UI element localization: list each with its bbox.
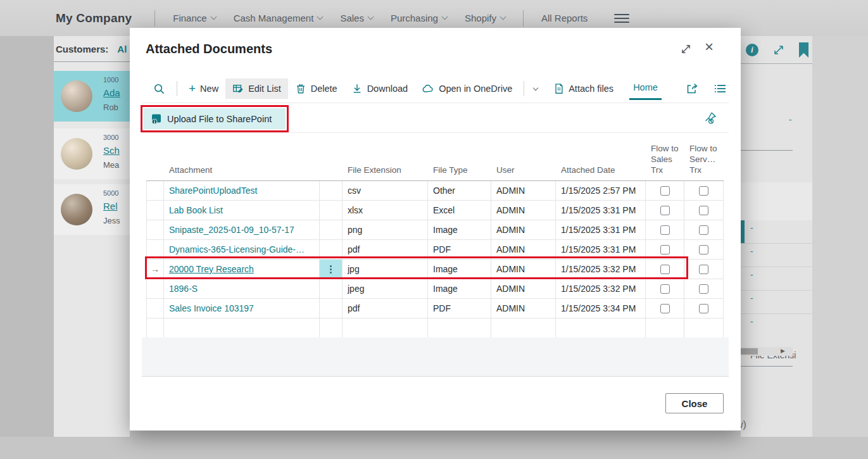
edit-list-button[interactable]: Edit List — [225, 79, 288, 99]
row-gutter — [146, 181, 164, 200]
cell-attached-date: 1/15/2025 2:57 PM — [556, 181, 646, 200]
chevron-down-icon — [317, 14, 324, 20]
nav-menu-purchasing[interactable]: Purchasing — [382, 13, 456, 23]
attachment-link[interactable]: Dynamics-365-Licensing-Guide-… — [169, 244, 305, 255]
flow-sales-checkbox[interactable] — [660, 304, 670, 313]
info-icon[interactable]: i — [746, 44, 758, 56]
flow-serv-checkbox[interactable] — [699, 265, 708, 274]
cell-user: ADMIN — [491, 201, 556, 220]
attachment-link[interactable]: Snipaste_2025-01-09_10-57-17 — [169, 225, 294, 235]
flow-serv-checkbox[interactable] — [699, 304, 708, 313]
attachment-link[interactable]: Sales Invoice 103197 — [169, 303, 254, 313]
delete-button[interactable]: Delete — [288, 79, 344, 99]
page-right-margin — [812, 36, 868, 437]
table-row[interactable]: Sales Invoice 103197 pdf PDF ADMIN 1/15/… — [146, 299, 724, 318]
table-row[interactable]: Lab Book List xlsx Excel ADMIN 1/15/2025… — [146, 201, 724, 220]
column-header-attached-date[interactable]: Attached Date — [556, 165, 646, 180]
column-header-file-type[interactable]: File Type — [428, 165, 491, 180]
company-name[interactable]: My Company — [56, 11, 132, 25]
unpin-icon[interactable] — [703, 110, 718, 125]
horizontal-scrollbar[interactable]: ▶ — [741, 347, 793, 356]
flow-serv-checkbox[interactable] — [699, 206, 708, 215]
new-button[interactable]: + New — [182, 79, 225, 98]
expand-dialog-icon[interactable] — [680, 43, 692, 55]
sharepoint-upload-icon — [151, 113, 162, 125]
download-icon — [351, 83, 363, 94]
cell-user: ADMIN — [491, 240, 556, 259]
chevron-down-icon — [533, 85, 538, 90]
table-row[interactable]: 1896-S jpeg Image ADMIN 1/15/2025 3:32 P… — [146, 279, 724, 299]
row-actions-cell — [320, 181, 343, 200]
document-icon — [553, 83, 564, 94]
table-row[interactable]: SharePointUploadTest csv Other ADMIN 1/1… — [146, 181, 724, 201]
scrollbar-thumb[interactable] — [741, 348, 758, 355]
open-in-onedrive-button[interactable]: Open in OneDrive — [415, 79, 519, 99]
column-header-flow-serv[interactable]: Flow to Serv… Trx — [684, 143, 724, 180]
scrollbar-right-arrow[interactable]: ▶ — [781, 348, 785, 354]
expand-pane-icon[interactable] — [772, 44, 785, 56]
cell-attached-date: 1/15/2025 3:31 PM — [556, 201, 646, 220]
column-header-flow-sales[interactable]: Flow to Sales Trx — [646, 143, 684, 180]
flow-sales-checkbox[interactable] — [660, 225, 670, 235]
attachment-link[interactable]: 1896-S — [169, 284, 198, 294]
flow-serv-checkbox[interactable] — [699, 284, 708, 294]
nav-menu-finance[interactable]: Finance — [164, 13, 224, 23]
annotation-red-box-upload: Upload File to SharePoint — [141, 105, 289, 132]
flow-serv-checkbox[interactable] — [699, 225, 708, 235]
attachment-link[interactable]: SharePointUploadTest — [169, 185, 257, 196]
attachment-link[interactable]: Lab Book List — [169, 205, 223, 215]
column-header-attachment[interactable]: Attachment — [164, 165, 320, 180]
table-header-row: Attachment File Extension File Type User… — [146, 133, 724, 181]
attach-files-button[interactable]: Attach files — [546, 79, 620, 99]
nav-menu-shopify[interactable]: Shopify — [456, 13, 514, 23]
close-dialog-icon[interactable]: × — [705, 38, 714, 56]
search-icon[interactable] — [142, 79, 172, 99]
table-row-selected[interactable]: → 20000 Trey Research jpg Image ADMIN 1/… — [146, 260, 724, 279]
upload-file-to-sharepoint-button[interactable]: Upload File to SharePoint — [144, 108, 286, 129]
flow-sales-checkbox[interactable] — [660, 245, 670, 255]
factbox-value: - — [750, 293, 753, 303]
customers-filter-label[interactable]: Al — [117, 44, 127, 54]
column-header-user[interactable]: User — [491, 165, 556, 180]
nav-menu-sales[interactable]: Sales — [331, 13, 382, 23]
cell-user: ADMIN — [491, 181, 556, 200]
attachment-link[interactable]: 20000 Trey Research — [169, 264, 254, 274]
customer-name-link[interactable]: Ada — [103, 87, 120, 98]
customer-contact: Mea — [103, 160, 119, 170]
nav-all-reports[interactable]: All Reports — [532, 13, 596, 23]
table-row[interactable]: Dynamics-365-Licensing-Guide-… pdf PDF A… — [146, 240, 724, 260]
onedrive-dropdown-button[interactable] — [529, 84, 543, 94]
close-button[interactable]: Close — [665, 393, 724, 413]
row-actions-menu[interactable] — [320, 260, 343, 279]
clipped-background-text: w) — [741, 419, 746, 431]
chevron-down-icon — [367, 14, 374, 20]
customer-card[interactable]: 5000 Rel Jess — [54, 184, 130, 235]
divider — [54, 61, 130, 62]
share-icon[interactable] — [686, 82, 698, 95]
hamburger-menu-icon[interactable] — [614, 11, 629, 25]
flow-serv-checkbox[interactable] — [699, 245, 708, 255]
table-row-empty — [146, 318, 724, 338]
selected-row-arrow: → — [146, 260, 164, 279]
customer-name-link[interactable]: Sch — [103, 145, 120, 156]
flow-sales-checkbox[interactable] — [660, 186, 670, 196]
customer-name-link[interactable]: Rel — [103, 201, 118, 211]
flow-sales-checkbox[interactable] — [660, 265, 670, 274]
column-header-file-extension[interactable]: File Extension — [343, 165, 428, 180]
bookmark-icon[interactable] — [799, 42, 808, 58]
flow-sales-checkbox[interactable] — [660, 284, 670, 294]
nav-menu-cash-management[interactable]: Cash Management — [225, 13, 332, 23]
dialog-title: Attached Documents — [146, 42, 272, 56]
customer-card[interactable]: 1000 Ada Rob — [54, 71, 130, 122]
customer-card[interactable]: 3000 Sch Mea — [54, 129, 130, 179]
toolbar-divider — [177, 81, 177, 96]
flow-sales-checkbox[interactable] — [660, 206, 670, 215]
table-row[interactable]: Snipaste_2025-01-09_10-57-17 png Image A… — [146, 220, 724, 240]
edit-list-icon — [232, 83, 244, 94]
list-view-icon[interactable] — [714, 83, 726, 94]
cell-file-extension: jpeg — [343, 279, 428, 298]
tab-home[interactable]: Home — [629, 78, 662, 100]
flow-serv-checkbox[interactable] — [699, 186, 708, 196]
download-button[interactable]: Download — [344, 79, 415, 99]
row-gutter — [146, 240, 164, 259]
